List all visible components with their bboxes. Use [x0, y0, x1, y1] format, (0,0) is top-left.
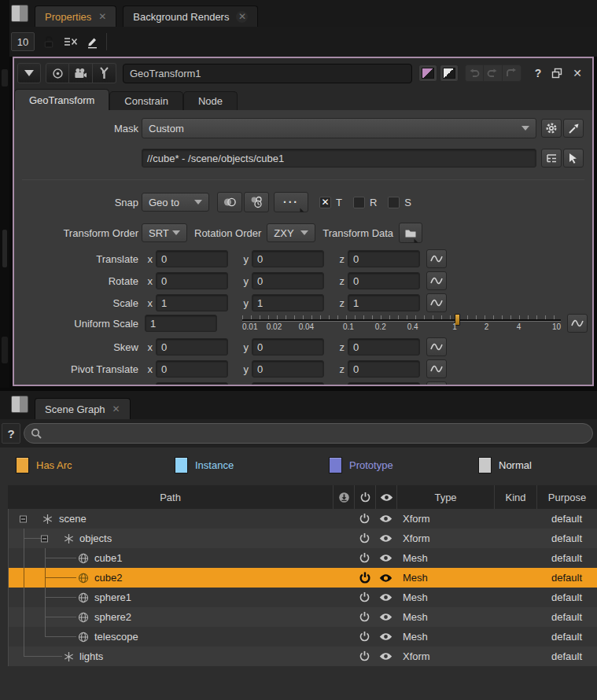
expander-icon[interactable]	[20, 515, 27, 522]
snap-menu-button[interactable]: ···	[274, 192, 308, 212]
close-icon[interactable]: ✕	[98, 11, 106, 22]
clear-panels-icon[interactable]	[64, 36, 78, 47]
translate-x-input[interactable]	[156, 250, 228, 267]
pivot-translate-y-input[interactable]	[252, 360, 324, 378]
tab-node[interactable]: Node	[183, 91, 238, 110]
power-toggle[interactable]	[354, 631, 375, 643]
scenegraph-browse-button[interactable]	[541, 149, 562, 168]
tree-row-telescope[interactable]: telescope Mesh default	[9, 627, 597, 647]
visibility-toggle[interactable]	[375, 613, 396, 621]
power-toggle[interactable]	[354, 572, 375, 584]
power-toggle[interactable]	[354, 650, 375, 662]
pivot-rotate-curve-button[interactable]	[426, 381, 447, 385]
visibility-toggle[interactable]	[375, 593, 396, 602]
scale-z-input[interactable]	[348, 294, 420, 311]
transform-data-button[interactable]	[399, 223, 422, 243]
close-icon[interactable]: ✕	[112, 403, 120, 414]
tree-row-scene[interactable]: scene Xform default	[9, 509, 597, 529]
panel-menu-grip-icon[interactable]	[11, 396, 28, 413]
translate-curve-button[interactable]	[426, 249, 447, 268]
snap-r-checkbox[interactable]	[353, 197, 365, 208]
text-color-button[interactable]	[440, 64, 459, 82]
render-button[interactable]	[69, 63, 93, 83]
skew-y-input[interactable]	[252, 338, 324, 356]
rotate-curve-button[interactable]	[426, 271, 447, 290]
visibility-toggle[interactable]	[375, 554, 396, 562]
lock-icon[interactable]	[42, 35, 56, 49]
rotate-x-input[interactable]	[156, 272, 228, 289]
tab-scene-graph[interactable]: Scene Graph ✕	[35, 398, 131, 419]
mask-pattern-input[interactable]	[142, 149, 536, 168]
power-toggle[interactable]	[354, 513, 375, 525]
power-toggle[interactable]	[354, 552, 375, 564]
scale-x-input[interactable]	[156, 294, 228, 311]
power-toggle[interactable]	[354, 611, 375, 623]
visibility-toggle[interactable]	[375, 632, 396, 641]
visibility-toggle[interactable]	[375, 514, 396, 523]
pivot-translate-curve-button[interactable]	[426, 359, 447, 378]
tab-constrain[interactable]: Constrain	[109, 91, 183, 110]
uniform-scale-input[interactable]	[145, 315, 217, 332]
translate-z-input[interactable]	[348, 250, 420, 267]
rotation-order-dropdown[interactable]: ZXY	[267, 223, 315, 242]
snap-s-checkbox[interactable]	[388, 197, 400, 208]
node-color-button[interactable]	[418, 64, 437, 82]
center-node-button[interactable]	[46, 63, 69, 83]
search-input[interactable]	[24, 423, 593, 444]
mask-mode-dropdown[interactable]: Custom	[142, 118, 536, 138]
snap-geo-button[interactable]	[217, 192, 242, 212]
help-button[interactable]: ?	[2, 423, 20, 444]
tree-row-cube2[interactable]: cube2 Mesh default	[9, 568, 597, 588]
power-toggle[interactable]	[354, 532, 375, 544]
expander-icon[interactable]	[41, 535, 48, 542]
tree-row-sphere1[interactable]: sphere1 Mesh default	[9, 588, 597, 607]
help-button[interactable]: ?	[529, 67, 547, 79]
settings-wrench-button[interactable]	[93, 63, 116, 83]
snap-each-button[interactable]	[244, 192, 269, 212]
select-from-viewer-button[interactable]	[563, 149, 584, 168]
mask-settings-button[interactable]	[541, 119, 562, 138]
scale-y-input[interactable]	[252, 294, 324, 311]
revert-button[interactable]	[503, 64, 521, 82]
power-toggle[interactable]	[354, 591, 375, 603]
pivot-rotate-x-input[interactable]	[156, 382, 228, 385]
rotate-z-input[interactable]	[348, 272, 420, 289]
mask-picker-button[interactable]	[563, 119, 584, 138]
scale-curve-button[interactable]	[426, 293, 447, 312]
translate-y-input[interactable]	[252, 250, 324, 267]
slider-groove[interactable]	[242, 319, 561, 322]
uniform-scale-curve-button[interactable]	[567, 314, 588, 333]
pivot-translate-z-input[interactable]	[348, 360, 420, 378]
node-name-input[interactable]	[123, 64, 412, 83]
rotate-y-input[interactable]	[252, 272, 324, 289]
tree-row-sphere2[interactable]: sphere2 Mesh default	[9, 607, 597, 627]
pivot-translate-x-input[interactable]	[156, 360, 228, 378]
tab-properties[interactable]: Properties ✕	[35, 6, 116, 27]
snap-t-checkbox[interactable]: ✕	[319, 197, 331, 208]
tree-row-cube1[interactable]: cube1 Mesh default	[9, 548, 597, 568]
pivot-rotate-y-input[interactable]	[252, 382, 324, 385]
float-panel-button[interactable]	[547, 68, 567, 79]
close-icon[interactable]: ✕	[236, 11, 248, 23]
max-panels-input[interactable]	[11, 32, 35, 51]
close-panel-button[interactable]: ✕	[567, 67, 588, 79]
visibility-toggle[interactable]	[375, 534, 396, 543]
visibility-toggle[interactable]	[375, 573, 396, 583]
undo-button[interactable]	[465, 64, 484, 82]
panel-menu-grip-icon[interactable]	[11, 5, 28, 22]
collapse-panel-button[interactable]	[17, 63, 41, 83]
tab-background-renders[interactable]: Background Renders ✕	[123, 6, 258, 27]
snap-mode-dropdown[interactable]: Geo to	[142, 193, 209, 212]
visibility-toggle[interactable]	[375, 652, 396, 661]
edit-pencil-icon[interactable]	[86, 35, 98, 49]
skew-x-input[interactable]	[156, 338, 228, 356]
skew-curve-button[interactable]	[426, 337, 447, 356]
pivot-rotate-z-input[interactable]	[348, 382, 420, 385]
tree-row-objects[interactable]: objects Xform default	[9, 529, 597, 548]
redo-button[interactable]	[484, 64, 503, 82]
tree-row-lights[interactable]: lights Xform default	[9, 647, 597, 666]
uniform-scale-slider[interactable]: 0.01 0.02 0.04 0.1 0.2 0.4 1 2 4 10	[242, 313, 561, 333]
transform-order-dropdown[interactable]: SRT	[142, 223, 187, 242]
tab-geotransform[interactable]: GeoTransform	[14, 89, 109, 110]
skew-z-input[interactable]	[348, 338, 420, 356]
